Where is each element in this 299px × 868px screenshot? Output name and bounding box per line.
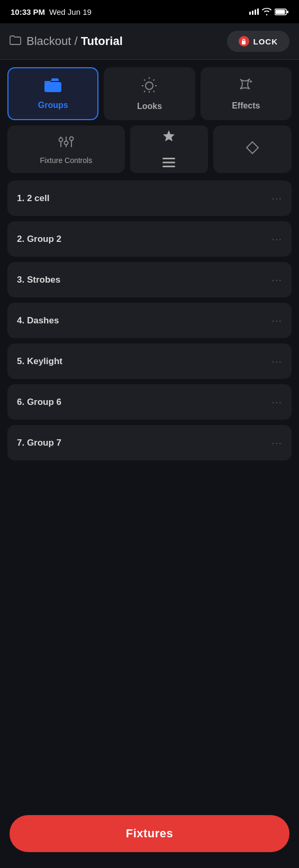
status-bar: 10:33 PM Wed Jun 19 [0,0,299,23]
group-item-more-icon[interactable]: ··· [271,274,282,286]
svg-point-18 [250,80,252,83]
svg-rect-7 [242,41,246,44]
group-item[interactable]: 3. Strobes ··· [7,262,292,297]
lock-icon [239,36,249,47]
folder-nav-icon [10,35,21,48]
star-list-controls [130,125,209,173]
svg-rect-5 [287,11,288,13]
group-list: 1. 2 cell ··· 2. Group 2 ··· 3. Strobes … [0,180,299,460]
looks-tab-icon [141,77,157,97]
fixture-controls-button[interactable]: Fixture Controls [7,125,125,173]
list-icon [162,157,175,168]
group-item[interactable]: 1. 2 cell ··· [7,180,292,216]
battery-icon [275,8,288,15]
group-item-more-icon[interactable]: ··· [271,396,282,408]
svg-rect-27 [162,162,175,164]
svg-line-16 [153,79,155,80]
svg-rect-2 [255,10,256,15]
group-item-more-icon[interactable]: ··· [271,233,282,245]
groups-tab-icon [44,78,62,96]
lock-button[interactable]: LOCK [227,31,290,52]
bottom-area: Fixtures [0,804,299,868]
wifi-icon [262,8,271,15]
tab-looks[interactable]: Looks [104,67,195,120]
fixture-controls-icon [58,134,74,153]
group-item-name: 3. Strobes [17,275,60,285]
header-title-area: Blackout / Tutorial [10,34,123,48]
group-item-more-icon[interactable]: ··· [271,314,282,327]
svg-point-22 [64,141,68,144]
lock-label: LOCK [253,37,278,46]
group-item[interactable]: 2. Group 2 ··· [7,221,292,257]
fixtures-button[interactable]: Fixtures [10,815,289,852]
svg-point-20 [59,138,62,141]
group-item[interactable]: 4. Dashes ··· [7,303,292,338]
tab-bar: Groups Looks Effects [0,60,299,120]
status-indicators [249,8,288,15]
list-view-button[interactable] [130,152,209,173]
svg-rect-0 [249,12,251,15]
star-icon [162,129,176,143]
signal-icon [249,8,259,15]
status-time: 10:33 PM [11,7,45,16]
fixture-controls-label: Fixture Controls [40,156,92,165]
effects-tab-icon [238,77,254,97]
favorites-button[interactable] [130,125,209,147]
svg-rect-3 [257,8,259,15]
svg-rect-1 [252,11,253,15]
svg-line-17 [144,91,146,92]
group-item-name: 2. Group 2 [17,234,61,245]
svg-line-14 [144,79,146,80]
header-project-name: Blackout / Tutorial [26,34,123,48]
group-item[interactable]: 7. Group 7 ··· [7,425,292,460]
tab-effects[interactable]: Effects [201,67,292,120]
groups-tab-label: Groups [38,101,68,110]
group-item-name: 6. Group 6 [17,397,61,408]
svg-marker-25 [163,130,175,141]
header: Blackout / Tutorial LOCK [0,23,299,60]
controls-row: Fixture Controls [0,120,299,180]
svg-point-9 [146,82,153,89]
group-item-name: 4. Dashes [17,315,59,326]
group-item-more-icon[interactable]: ··· [271,192,282,204]
group-item-name: 1. 2 cell [17,193,49,204]
status-date: Wed Jun 19 [49,7,92,16]
effects-tab-label: Effects [232,101,260,111]
diamond-icon [246,141,259,158]
svg-rect-6 [276,10,285,14]
group-item-name: 5. Keylight [17,356,62,367]
svg-rect-28 [162,166,175,167]
group-item[interactable]: 5. Keylight ··· [7,343,292,379]
svg-line-15 [153,91,155,92]
svg-rect-26 [162,158,175,159]
tag-button[interactable] [213,125,292,173]
svg-point-24 [69,137,73,140]
looks-tab-label: Looks [137,102,162,111]
group-item[interactable]: 6. Group 6 ··· [7,384,292,420]
group-item-more-icon[interactable]: ··· [271,437,282,449]
svg-rect-8 [44,82,61,92]
tab-groups[interactable]: Groups [7,67,98,120]
group-item-name: 7. Group 7 [17,438,61,448]
group-item-more-icon[interactable]: ··· [271,355,282,367]
